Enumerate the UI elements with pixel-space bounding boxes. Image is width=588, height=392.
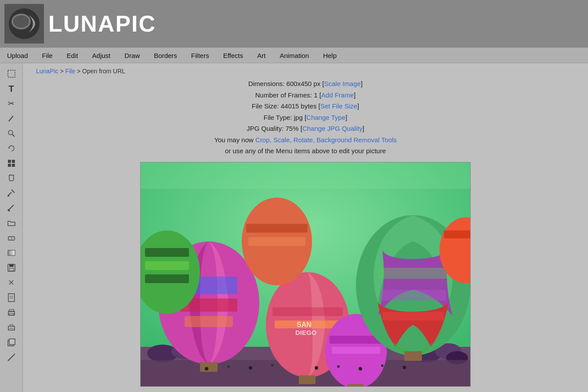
svg-point-76 <box>205 367 208 370</box>
svg-point-82 <box>359 367 362 370</box>
breadcrumb-home[interactable]: LunaPic <box>36 68 58 75</box>
tool-save[interactable] <box>4 261 19 275</box>
svg-line-14 <box>11 190 15 193</box>
svg-point-79 <box>271 364 274 367</box>
menu-file[interactable]: File <box>35 48 60 63</box>
svg-rect-63 <box>332 347 380 354</box>
svg-rect-10 <box>8 160 11 163</box>
svg-rect-52 <box>145 248 189 257</box>
main-layout: T ✂ ✕ <box>0 63 588 392</box>
cta-suffix-line: or use any of the Menu items above to ed… <box>214 145 396 157</box>
svg-rect-4 <box>8 70 15 77</box>
svg-point-7 <box>8 130 13 135</box>
change-quality-link[interactable]: Change JPG Quality <box>302 125 363 132</box>
svg-line-35 <box>8 354 15 361</box>
tool-eyedropper[interactable] <box>4 186 19 200</box>
menu-upload[interactable]: Upload <box>0 48 35 63</box>
svg-line-8 <box>12 134 15 137</box>
svg-point-84 <box>403 366 406 369</box>
dimensions-line: Dimensions: 600x450 px [Scale Image] <box>214 78 396 90</box>
svg-line-15 <box>8 192 11 195</box>
menu-effects[interactable]: Effects <box>216 48 250 63</box>
tool-select[interactable] <box>4 67 19 81</box>
tool-folder[interactable] <box>4 216 19 230</box>
tool-doc[interactable] <box>4 291 19 305</box>
svg-rect-12 <box>8 164 11 167</box>
tool-eraser[interactable] <box>4 231 19 245</box>
tool-copy[interactable] <box>4 335 19 349</box>
svg-rect-56 <box>272 307 343 316</box>
menubar: Upload File Edit Adjust Draw Borders Fil… <box>0 47 588 63</box>
header: LUNAPIC <box>0 0 588 47</box>
tool-text[interactable]: T <box>4 82 19 96</box>
svg-rect-48 <box>200 362 218 372</box>
svg-marker-9 <box>9 147 10 149</box>
filetype-line: File Type: jpg [Change Type] <box>214 112 396 123</box>
tool-print[interactable] <box>4 306 19 320</box>
svg-rect-60 <box>299 375 316 384</box>
svg-rect-34 <box>9 339 15 345</box>
logo-container: LUNAPIC <box>4 4 156 43</box>
svg-rect-23 <box>9 264 14 267</box>
svg-rect-66 <box>378 268 448 279</box>
svg-rect-71 <box>246 224 308 233</box>
tool-rotate[interactable] <box>4 141 19 155</box>
frames-line: Number of Frames: 1 [Add Frame] <box>214 90 396 101</box>
svg-rect-54 <box>145 274 189 283</box>
svg-rect-11 <box>12 160 15 163</box>
image-container: SAN DIEGO <box>140 162 471 387</box>
tool-close[interactable]: ✕ <box>4 276 19 290</box>
svg-rect-21 <box>8 250 15 255</box>
svg-rect-24 <box>9 268 14 271</box>
svg-rect-75 <box>141 162 470 189</box>
svg-text:SAN: SAN <box>297 321 312 328</box>
svg-point-77 <box>227 365 230 368</box>
tool-pencil[interactable] <box>4 111 19 126</box>
tool-brush[interactable] <box>4 201 19 215</box>
tool-zoom[interactable] <box>4 126 19 140</box>
tool-grid[interactable] <box>4 156 19 170</box>
svg-text:DIEGO: DIEGO <box>295 329 317 336</box>
svg-line-17 <box>9 205 14 209</box>
svg-point-78 <box>249 366 252 370</box>
svg-point-81 <box>337 365 340 368</box>
menu-borders[interactable]: Borders <box>147 48 184 63</box>
breadcrumb-file[interactable]: File <box>65 68 76 75</box>
info-panel: Dimensions: 600x450 px [Scale Image] Num… <box>214 78 396 157</box>
svg-rect-74 <box>444 230 470 238</box>
svg-rect-69 <box>404 351 422 361</box>
svg-point-80 <box>315 366 318 370</box>
tools-link[interactable]: Crop, Scale, Rotate, Background Removal … <box>255 136 397 144</box>
svg-rect-47 <box>185 316 233 327</box>
tool-scissors[interactable]: ✂ <box>4 97 19 111</box>
add-frame-link[interactable]: Add Frame <box>321 91 354 99</box>
svg-point-16 <box>7 195 9 197</box>
menu-edit[interactable]: Edit <box>60 48 85 63</box>
svg-rect-13 <box>12 164 15 167</box>
menu-help[interactable]: Help <box>316 48 344 63</box>
svg-rect-68 <box>382 312 444 320</box>
svg-rect-64 <box>347 384 364 386</box>
svg-rect-72 <box>248 237 305 246</box>
tool-bucket[interactable] <box>4 171 19 185</box>
menu-draw[interactable]: Draw <box>117 48 147 63</box>
toolbar: T ✂ ✕ <box>0 63 23 392</box>
menu-filters[interactable]: Filters <box>184 48 216 63</box>
svg-rect-53 <box>145 261 189 270</box>
menu-adjust[interactable]: Adjust <box>85 48 118 63</box>
tool-gradient[interactable] <box>4 246 19 260</box>
svg-rect-67 <box>380 290 446 301</box>
cta-line: You may now Crop, Scale, Rotate, Backgro… <box>214 134 396 146</box>
menu-animation[interactable]: Animation <box>272 48 316 63</box>
svg-point-83 <box>381 364 384 367</box>
change-type-link[interactable]: Change Type <box>306 114 345 121</box>
set-filesize-link[interactable]: Set File Size <box>320 102 357 110</box>
tool-share[interactable] <box>4 320 19 334</box>
breadcrumb: LunaPic > File > Open from URL <box>32 68 579 75</box>
menu-art[interactable]: Art <box>250 48 272 63</box>
tool-line[interactable] <box>4 350 19 364</box>
quality-line: JPG Quality: 75% [Change JPG Quality] <box>214 123 396 134</box>
svg-rect-25 <box>8 294 15 302</box>
scale-image-link[interactable]: Scale Image <box>324 80 361 87</box>
svg-point-3 <box>13 15 29 28</box>
